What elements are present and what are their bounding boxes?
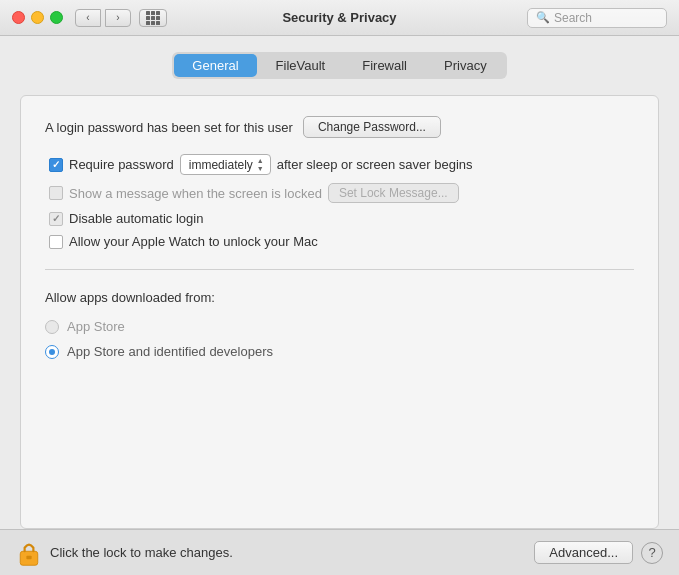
tab-group: General FileVault Firewall Privacy <box>172 52 506 79</box>
tab-general[interactable]: General <box>174 54 256 77</box>
require-password-row: Require password immediately ▲ ▼ after s… <box>49 154 634 175</box>
disable-auto-login-row: Disable automatic login <box>49 211 634 226</box>
lock-text: Click the lock to make changes. <box>50 545 233 560</box>
minimize-button[interactable] <box>31 11 44 24</box>
apple-watch-row: Allow your Apple Watch to unlock your Ma… <box>49 234 634 249</box>
grid-icon <box>146 11 160 25</box>
after-sleep-text: after sleep or screen saver begins <box>277 157 473 172</box>
search-placeholder: Search <box>554 11 592 25</box>
advanced-button[interactable]: Advanced... <box>534 541 633 564</box>
login-row: A login password has been set for this u… <box>45 116 634 138</box>
close-button[interactable] <box>12 11 25 24</box>
traffic-lights <box>12 11 63 24</box>
lock-icon <box>16 539 42 567</box>
settings-panel: A login password has been set for this u… <box>20 95 659 529</box>
content-area: General FileVault Firewall Privacy A log… <box>0 36 679 529</box>
app-store-only-row: App Store <box>45 319 634 334</box>
change-password-button[interactable]: Change Password... <box>303 116 441 138</box>
tab-privacy[interactable]: Privacy <box>426 54 505 77</box>
section-divider <box>45 269 634 270</box>
svg-rect-1 <box>26 555 31 559</box>
window-title: Security & Privacy <box>282 10 396 25</box>
set-lock-message-button[interactable]: Set Lock Message... <box>328 183 459 203</box>
allow-apps-section: Allow apps downloaded from: App Store Ap… <box>45 290 634 359</box>
help-button[interactable]: ? <box>641 542 663 564</box>
back-button[interactable]: ‹ <box>75 9 101 27</box>
search-icon: 🔍 <box>536 11 550 24</box>
tab-filevault[interactable]: FileVault <box>258 54 344 77</box>
immediately-value: immediately <box>189 158 253 172</box>
immediately-dropdown[interactable]: immediately ▲ ▼ <box>180 154 271 175</box>
apple-watch-label: Allow your Apple Watch to unlock your Ma… <box>69 234 318 249</box>
allow-apps-title: Allow apps downloaded from: <box>45 290 634 305</box>
show-message-checkbox[interactable] <box>49 186 63 200</box>
maximize-button[interactable] <box>50 11 63 24</box>
disable-auto-login-checkbox[interactable] <box>49 212 63 226</box>
disable-auto-login-label: Disable automatic login <box>69 211 203 226</box>
apple-watch-checkbox[interactable] <box>49 235 63 249</box>
grid-button[interactable] <box>139 9 167 27</box>
app-store-identified-radio[interactable] <box>45 345 59 359</box>
search-bar[interactable]: 🔍 Search <box>527 8 667 28</box>
tabs-container: General FileVault Firewall Privacy <box>20 52 659 79</box>
app-store-identified-label: App Store and identified developers <box>67 344 273 359</box>
title-bar: ‹ › Security & Privacy 🔍 Search <box>0 0 679 36</box>
app-store-only-radio[interactable] <box>45 320 59 334</box>
app-store-only-label: App Store <box>67 319 125 334</box>
show-message-row: Show a message when the screen is locked… <box>49 183 634 203</box>
require-password-label: Require password <box>69 157 174 172</box>
options-section: Require password immediately ▲ ▼ after s… <box>49 154 634 249</box>
require-password-checkbox[interactable] <box>49 158 63 172</box>
nav-buttons: ‹ › <box>75 9 131 27</box>
login-password-text: A login password has been set for this u… <box>45 120 293 135</box>
dropdown-arrows-icon: ▲ ▼ <box>257 157 264 172</box>
bottom-right: Advanced... ? <box>534 541 663 564</box>
bottom-bar: Click the lock to make changes. Advanced… <box>0 529 679 575</box>
app-store-identified-row: App Store and identified developers <box>45 344 634 359</box>
tab-firewall[interactable]: Firewall <box>344 54 425 77</box>
forward-button[interactable]: › <box>105 9 131 27</box>
show-message-label: Show a message when the screen is locked <box>69 186 322 201</box>
